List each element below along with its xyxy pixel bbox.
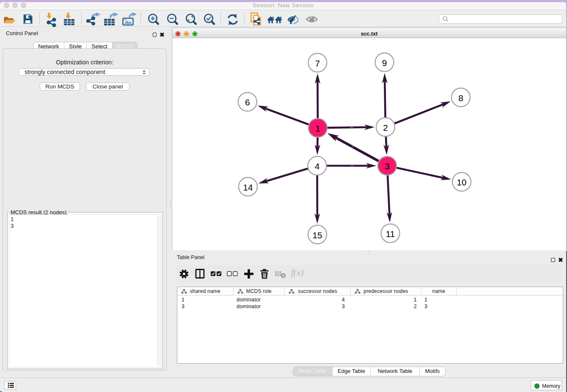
svg-text:1: 1 — [315, 124, 320, 133]
svg-text:2: 2 — [383, 123, 388, 133]
svg-text:14: 14 — [243, 182, 253, 192]
svg-text:6: 6 — [245, 97, 250, 107]
svg-text:15: 15 — [313, 230, 322, 240]
svg-text:9: 9 — [382, 58, 387, 68]
svg-text:3: 3 — [385, 161, 390, 171]
svg-text:4: 4 — [315, 161, 320, 171]
svg-text:11: 11 — [386, 229, 395, 239]
svg-text:10: 10 — [457, 177, 467, 187]
svg-text:7: 7 — [315, 58, 320, 68]
svg-text:8: 8 — [458, 93, 463, 103]
